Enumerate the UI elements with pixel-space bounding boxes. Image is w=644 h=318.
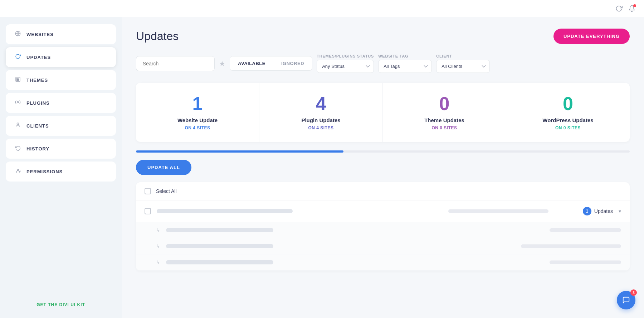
stat-plugin-updates: 4 Plugin Updates On 4 Sites xyxy=(259,83,383,142)
sub-row-plugin-3 xyxy=(166,260,273,264)
refresh-icon[interactable] xyxy=(615,5,623,12)
website-tag-select[interactable]: All Tags xyxy=(378,60,432,73)
notification-badge xyxy=(633,4,636,7)
filters-row: ★ Available Ignored Themes/Plugins Statu… xyxy=(136,54,630,73)
history-label: History xyxy=(26,146,49,151)
websites-label: Websites xyxy=(26,32,54,37)
stat-website-updates: 1 Website Update On 4 Sites xyxy=(136,83,259,142)
sidebar: Websites Updates Themes Plugins xyxy=(0,17,122,318)
website-tag-filter: Website Tag All Tags xyxy=(378,54,432,73)
stat-sub-themes: On 0 Sites xyxy=(390,125,499,130)
globe-icon xyxy=(14,31,21,38)
table-sub-row-3: ↳ xyxy=(136,254,630,270)
select-all-row: Select All xyxy=(136,182,630,200)
star-icon[interactable]: ★ xyxy=(219,59,225,68)
client-label: Client xyxy=(436,54,490,58)
themes-plugins-filter: Themes/Plugins Status Any Status xyxy=(317,54,374,73)
stat-number-websites: 1 xyxy=(143,94,252,113)
page-header: Updates Update Everything xyxy=(136,29,630,44)
table-row: 1 Updates ▾ xyxy=(136,200,630,222)
notification-icon[interactable] xyxy=(628,5,635,12)
sub-row-arrow-1: ↳ xyxy=(156,227,160,233)
stat-number-themes: 0 xyxy=(390,94,499,113)
updates-table: Select All 1 Updates ▾ ↳ xyxy=(136,182,630,270)
clients-label: Clients xyxy=(26,123,49,129)
svg-point-9 xyxy=(17,169,19,170)
sub-row-plugin-1 xyxy=(166,228,273,232)
main-content: Updates Update Everything ★ Available Ig… xyxy=(122,17,644,318)
stat-sub-wordpress: On 0 Sites xyxy=(513,125,623,130)
clients-icon xyxy=(14,122,21,129)
svg-rect-5 xyxy=(17,80,18,81)
sub-row-plugin-2 xyxy=(166,244,273,248)
tab-group: Available Ignored xyxy=(230,56,312,71)
row-site-name-1 xyxy=(157,209,293,213)
chat-badge: 3 xyxy=(630,289,637,296)
sidebar-item-websites[interactable]: Websites xyxy=(6,24,116,44)
stat-label-websites: Website Update xyxy=(143,117,252,123)
sidebar-item-plugins[interactable]: Plugins xyxy=(6,93,116,113)
website-tag-label: Website Tag xyxy=(378,54,432,58)
stat-sub-websites: On 4 Sites xyxy=(143,125,252,130)
svg-rect-3 xyxy=(17,78,18,79)
updates-icon xyxy=(14,54,21,61)
page-title: Updates xyxy=(136,30,179,43)
updates-count-badge: 1 xyxy=(583,207,591,215)
table-sub-row-2: ↳ xyxy=(136,238,630,254)
stat-label-wordpress: WordPress Updates xyxy=(513,117,623,123)
client-select[interactable]: All Clients xyxy=(436,60,490,73)
plugins-label: Plugins xyxy=(26,100,50,106)
sidebar-item-themes[interactable]: Themes xyxy=(6,70,116,90)
sub-row-version-2 xyxy=(521,244,621,248)
chat-bubble[interactable]: 3 xyxy=(617,291,635,309)
svg-rect-4 xyxy=(18,78,19,79)
sidebar-item-permissions[interactable]: Permissions xyxy=(6,162,116,182)
sub-row-version-3 xyxy=(550,260,621,264)
themes-plugins-select[interactable]: Any Status xyxy=(317,60,374,73)
row-checkbox-1[interactable] xyxy=(145,208,151,214)
tab-ignored[interactable]: Ignored xyxy=(273,56,312,70)
sub-row-version-1 xyxy=(550,228,621,232)
search-input[interactable] xyxy=(136,56,215,71)
svg-point-7 xyxy=(17,101,19,103)
themes-icon xyxy=(14,76,21,84)
chevron-down-icon[interactable]: ▾ xyxy=(619,208,621,214)
sidebar-bottom: Get The Divi UI Kit xyxy=(6,295,116,311)
permissions-label: Permissions xyxy=(26,169,63,174)
stats-row: 1 Website Update On 4 Sites 4 Plugin Upd… xyxy=(136,83,630,142)
sub-row-arrow-3: ↳ xyxy=(156,259,160,265)
svg-point-8 xyxy=(17,123,19,125)
row-site-url-1 xyxy=(448,209,548,213)
stat-label-plugins: Plugin Updates xyxy=(267,117,375,123)
progress-bar-fill xyxy=(136,150,343,153)
divi-kit-link[interactable]: Get The Divi UI Kit xyxy=(9,302,113,307)
stat-wordpress-updates: 0 WordPress Updates On 0 Sites xyxy=(506,83,630,142)
stat-label-themes: Theme Updates xyxy=(390,117,499,123)
plugins-icon xyxy=(14,99,21,106)
sidebar-arrow xyxy=(0,52,2,63)
stat-number-wordpress: 0 xyxy=(513,94,623,113)
updates-label: Updates xyxy=(26,55,51,60)
table-sub-row-1: ↳ xyxy=(136,222,630,238)
sidebar-item-clients[interactable]: Clients xyxy=(6,116,116,136)
progress-bar xyxy=(136,150,630,153)
sidebar-item-history[interactable]: History xyxy=(6,139,116,159)
stat-theme-updates: 0 Theme Updates On 0 Sites xyxy=(383,83,506,142)
update-all-button[interactable]: Update All xyxy=(136,160,191,175)
svg-rect-6 xyxy=(18,80,19,81)
themes-label: Themes xyxy=(26,78,48,83)
stat-number-plugins: 4 xyxy=(267,94,375,113)
updates-badge-1: 1 Updates xyxy=(583,207,613,215)
updates-badge-label: Updates xyxy=(594,208,613,214)
permissions-icon xyxy=(14,168,21,175)
themes-plugins-label: Themes/Plugins Status xyxy=(317,54,374,58)
sub-row-arrow-2: ↳ xyxy=(156,243,160,249)
client-filter: Client All Clients xyxy=(436,54,490,73)
stat-sub-plugins: On 4 Sites xyxy=(267,125,375,130)
select-all-checkbox[interactable] xyxy=(145,188,151,194)
topbar xyxy=(0,0,644,17)
tab-available[interactable]: Available xyxy=(230,56,273,70)
update-everything-button[interactable]: Update Everything xyxy=(553,29,630,44)
select-all-label: Select All xyxy=(156,188,177,194)
sidebar-item-updates[interactable]: Updates xyxy=(6,47,116,67)
